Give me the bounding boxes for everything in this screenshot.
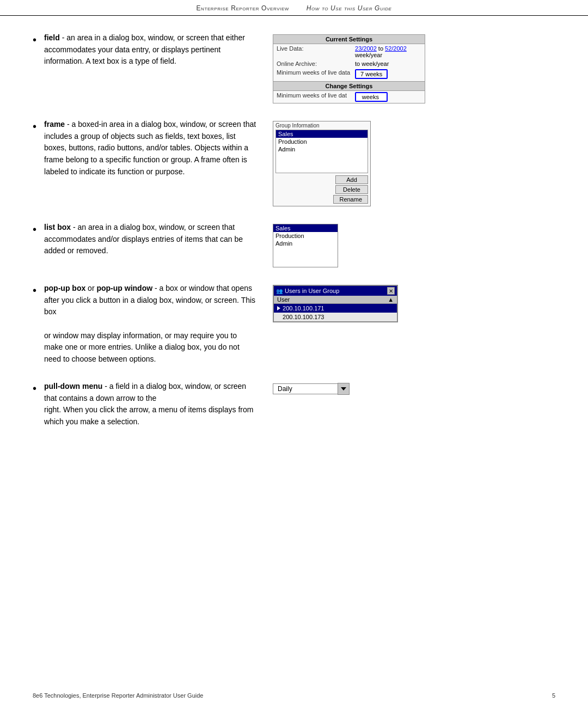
bullet-inner-listbox: list box - an area in a dialog box, wind… (44, 222, 555, 267)
popup-item-text-2: 200.10.100.173 (283, 314, 324, 320)
cs-min-weeks-highlighted: 7 weeks (355, 69, 388, 79)
cs-live-data-suffix: week/year (355, 52, 382, 58)
cs-min-weeks-value: 7 weeks (355, 69, 421, 79)
cs-change-value: weeks (355, 92, 421, 102)
cs-live-data-value: 23/2002 to 52/2002 week/year (355, 45, 421, 58)
bullet-content-field: field - an area in a dialog box, window,… (44, 32, 555, 103)
cs-live-data-val1: 23/2002 (355, 45, 377, 52)
slb-item-production[interactable]: Production (273, 232, 338, 240)
page-header: Enterprise Reporter Overview How to Use … (0, 0, 588, 16)
bullet-item-field: • field - an area in a dialog box, windo… (33, 32, 555, 103)
slb-item-admin[interactable]: Admin (273, 240, 338, 247)
def-listbox: - an area in a dialog box, window, or sc… (44, 223, 243, 255)
bullet-text-popup: pop-up box or pop-up window - a box or w… (44, 283, 256, 365)
cs-online-archive-row: Online Archive: to week/year (273, 59, 425, 68)
page-footer: 8e6 Technologies, Enterprise Reporter Ad… (33, 692, 555, 699)
gi-delete-button[interactable]: Delete (335, 185, 368, 194)
chevron-down-icon (341, 387, 346, 390)
bullet-text-frame: frame - a boxed-in area in a dialog box,… (44, 119, 256, 178)
popup-item-1[interactable]: 200.10.100.171 (274, 304, 397, 313)
bullet-inner-frame: frame - a boxed-in area in a dialog box,… (44, 119, 555, 206)
popup-title-text: Users in User Group (285, 288, 339, 294)
popup-widget: 👥 Users in User Group ✕ User ▲ (273, 285, 398, 322)
term-popup: pop-up box (44, 284, 85, 292)
term-listbox: list box (44, 223, 71, 231)
def-popup-or: or (88, 284, 96, 292)
gi-item-production[interactable]: Production (276, 138, 367, 145)
term-frame: frame (44, 120, 65, 129)
footer-left-text: 8e6 Technologies, Enterprise Reporter Ad… (33, 692, 203, 699)
bullet-inner-field: field - an area in a dialog box, window,… (44, 32, 555, 103)
bullet-dot-frame: • (33, 119, 36, 134)
bullet-dot-listbox: • (33, 222, 36, 237)
footer-page-number: 5 (552, 692, 555, 699)
bullet-content-frame: frame - a boxed-in area in a dialog box,… (44, 119, 555, 206)
cs-live-data-label: Live Data: (277, 45, 353, 58)
popup-item-2[interactable]: 200.10.100.173 (274, 313, 397, 321)
frame-widget: Group Information Sales Production Admin… (273, 121, 371, 206)
popup-item-text-1: 200.10.100.171 (283, 305, 324, 312)
cs-weeks-label: weeks (362, 94, 379, 100)
bullet-content-pulldown: pull-down menu - a field in a dialog box… (44, 381, 555, 428)
bullet-item-frame: • frame - a boxed-in area in a dialog bo… (33, 119, 555, 206)
def-pulldown2: right. When you click the arrow, a menu … (44, 405, 253, 426)
term-popup2: pop-up window (96, 284, 152, 292)
pulldown-arrow-button[interactable] (338, 383, 350, 395)
cs-min-weeks-label: Minimum weeks of live data (277, 69, 353, 79)
def-field: - an area in a dialog box, window, or sc… (44, 33, 245, 65)
bullet-inner-pulldown: pull-down menu - a field in a dialog box… (44, 381, 555, 428)
term-pulldown: pull-down menu (44, 382, 102, 390)
def-frame: - a boxed-in area in a dialog box, windo… (44, 120, 256, 176)
popup-row-arrow-1 (277, 306, 280, 310)
cs-change-row: Minimum weeks of live dat weeks (273, 91, 425, 103)
popup-col-header: User ▲ (274, 296, 397, 304)
pulldown-value: Daily (278, 385, 292, 393)
header-title: Enterprise Reporter Overview How to Use … (196, 4, 391, 12)
cs-header: Current Settings (273, 35, 425, 44)
header-main-title: Enterprise Reporter Overview (196, 4, 289, 12)
pulldown-widget: Daily (273, 383, 350, 395)
cs-min-weeks-row: Minimum weeks of live data 7 weeks (273, 68, 425, 80)
popup-col-user: User (277, 296, 290, 303)
gi-title: Group Information (273, 121, 370, 129)
term-field: field (44, 33, 60, 42)
gi-item-admin[interactable]: Admin (276, 145, 367, 153)
page: Enterprise Reporter Overview How to Use … (0, 0, 588, 714)
cs-change-input-text (358, 94, 360, 100)
cs-live-data-to: to (378, 45, 385, 52)
gi-rename-button[interactable]: Rename (333, 195, 368, 204)
popup-close-button[interactable]: ✕ (387, 287, 395, 295)
bullet-text-pulldown: pull-down menu - a field in a dialog box… (44, 381, 256, 428)
popup-titlebar: 👥 Users in User Group ✕ (274, 286, 397, 296)
bullet-inner-popup: pop-up box or pop-up window - a box or w… (44, 283, 555, 365)
gi-item-sales[interactable]: Sales (276, 130, 367, 138)
bullet-item-popup: • pop-up box or pop-up window - a box or… (33, 283, 555, 365)
cs-live-data-val2: 52/2002 (385, 45, 407, 52)
popup-list: 200.10.100.171 200.10.100.173 (274, 304, 397, 321)
pulldown-field[interactable]: Daily (273, 383, 338, 394)
popup-title: 👥 Users in User Group (276, 288, 339, 294)
bullet-content-popup: pop-up box or pop-up window - a box or w… (44, 283, 555, 365)
bullet-dot-popup: • (33, 283, 36, 298)
cs-change-label: Minimum weeks of live dat (277, 92, 353, 102)
cs-change-header: Change Settings (273, 81, 425, 91)
cs-online-archive-label: Online Archive: (277, 60, 353, 67)
bullet-dot-pulldown: • (33, 381, 36, 396)
bullet-item-pulldown: • pull-down menu - a field in a dialog b… (33, 381, 555, 428)
main-content: • field - an area in a dialog box, windo… (0, 16, 588, 476)
bullet-content-listbox: list box - an area in a dialog box, wind… (44, 222, 555, 267)
bullet-text-listbox: list box - an area in a dialog box, wind… (44, 222, 256, 257)
popup-scroll-arrow: ▲ (388, 296, 394, 303)
gi-buttons: Add Delete Rename (273, 174, 370, 206)
gi-listbox[interactable]: Sales Production Admin (275, 130, 368, 173)
cs-online-archive-value: to week/year (355, 60, 421, 67)
header-sep (296, 4, 300, 12)
cs-change-input[interactable]: weeks (355, 92, 388, 102)
bullet-item-listbox: • list box - an area in a dialog box, wi… (33, 222, 555, 267)
cs-live-data-row: Live Data: 23/2002 to 52/2002 week/year (273, 44, 425, 59)
bullet-dot-field: • (33, 32, 36, 47)
def-popup3: or window may display information, or ma… (44, 331, 240, 363)
gi-add-button[interactable]: Add (335, 175, 368, 184)
listbox-widget[interactable]: Sales Production Admin (273, 224, 338, 267)
slb-item-sales[interactable]: Sales (273, 224, 338, 232)
